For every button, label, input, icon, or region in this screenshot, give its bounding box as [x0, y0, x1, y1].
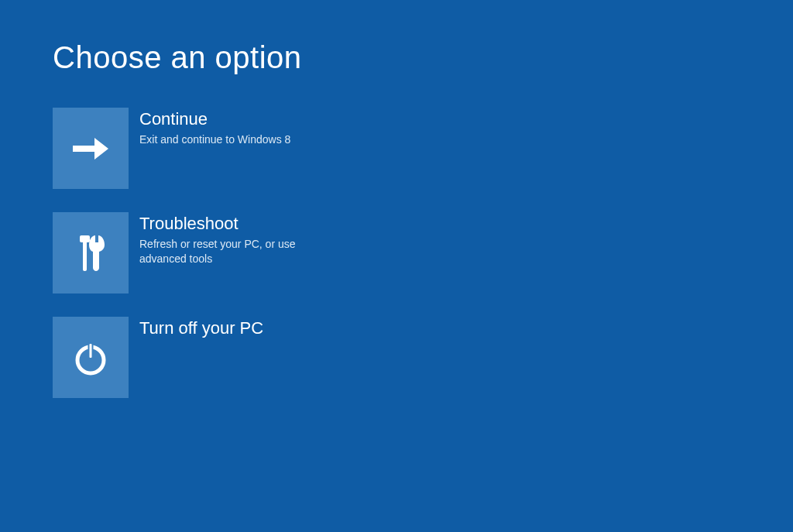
power-icon: [53, 317, 129, 398]
continue-option[interactable]: Continue Exit and continue to Windows 8: [53, 108, 359, 189]
continue-description: Exit and continue to Windows 8: [139, 132, 290, 147]
svg-rect-1: [80, 235, 90, 242]
turn-off-text: Turn off your PC: [129, 317, 263, 342]
continue-title: Continue: [139, 109, 290, 129]
troubleshoot-text: Troubleshoot Refresh or reset your PC, o…: [129, 212, 310, 266]
svg-rect-3: [89, 343, 93, 359]
page-title: Choose an option: [0, 0, 793, 75]
turn-off-title: Turn off your PC: [139, 318, 263, 338]
troubleshoot-description: Refresh or reset your PC, or use advance…: [139, 237, 310, 266]
turn-off-option[interactable]: Turn off your PC: [53, 317, 359, 398]
arrow-right-icon: [53, 108, 129, 189]
troubleshoot-title: Troubleshoot: [139, 214, 310, 234]
tools-icon: [53, 212, 129, 293]
continue-text: Continue Exit and continue to Windows 8: [129, 108, 290, 147]
options-list: Continue Exit and continue to Windows 8 …: [0, 75, 793, 398]
troubleshoot-option[interactable]: Troubleshoot Refresh or reset your PC, o…: [53, 212, 359, 293]
